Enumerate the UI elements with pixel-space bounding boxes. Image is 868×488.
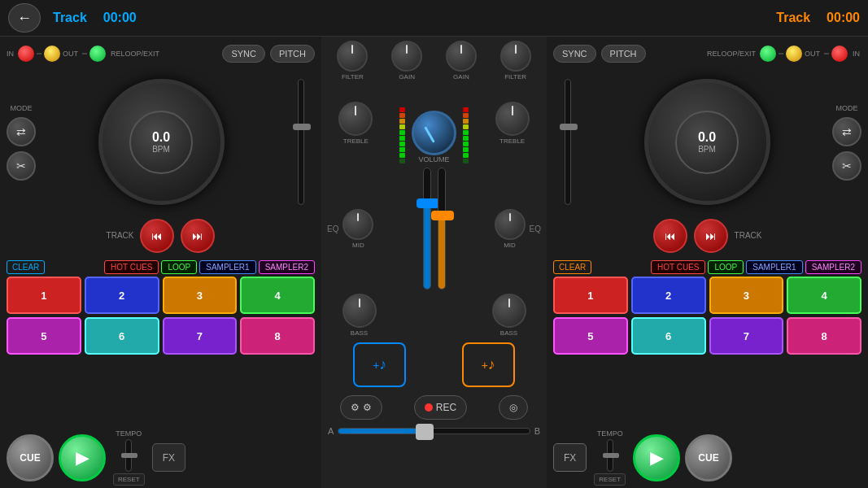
left-bass-group: BASS — [342, 294, 377, 337]
left-mid-knob[interactable] — [342, 209, 373, 240]
right-tempo-track[interactable] — [607, 439, 613, 472]
right-loop-tab[interactable]: LOOP — [708, 260, 744, 274]
mixer-eq-button[interactable]: ⚙ ⚙ — [340, 395, 382, 420]
left-tempo-thumb[interactable] — [121, 453, 137, 458]
right-clear-button[interactable]: CLEAR — [553, 260, 591, 274]
left-treble-knob[interactable] — [338, 102, 373, 136]
right-prev-track-button[interactable]: ⏮ — [653, 219, 687, 253]
right-add-track-button[interactable]: + ♪ — [462, 342, 515, 387]
left-pad-1[interactable]: 1 — [7, 277, 81, 314]
volume-knob[interactable] — [412, 111, 456, 155]
right-pitch-track[interactable] — [565, 79, 571, 205]
left-treble-label: TREBLE — [343, 137, 369, 145]
right-pad-8[interactable]: 8 — [787, 317, 861, 355]
right-gain-knob[interactable] — [446, 41, 477, 72]
left-fader-track[interactable] — [423, 168, 431, 290]
right-sync-button[interactable]: SYNC — [553, 45, 596, 63]
left-pad-5[interactable]: 5 — [7, 317, 81, 355]
right-mode-btn-2[interactable]: ✂ — [832, 151, 861, 181]
left-tempo-track[interactable] — [125, 439, 132, 472]
right-pad-2[interactable]: 2 — [631, 277, 706, 314]
right-fader-track[interactable] — [438, 168, 446, 290]
left-fader-fill — [424, 204, 430, 289]
right-pads-section: CLEAR HOT CUES LOOP SAMPLER1 SAMPLER2 1 … — [547, 258, 868, 427]
right-pad-3[interactable]: 3 — [709, 277, 784, 314]
right-reloop-led — [760, 46, 776, 62]
left-hot-cues-tab[interactable]: HOT CUES — [104, 260, 159, 274]
right-pad-6[interactable]: 6 — [631, 317, 706, 355]
left-jog-wheel[interactable]: 0.0 BPM — [98, 79, 225, 205]
right-reset-button[interactable]: RESET — [594, 473, 626, 486]
right-sampler2-tab[interactable]: SAMPLER2 — [805, 260, 861, 274]
left-add-track-button[interactable]: + ♪ — [353, 342, 406, 387]
right-pad-1[interactable]: 1 — [553, 277, 628, 314]
left-reset-button[interactable]: RESET — [113, 473, 145, 486]
mixer-rec-button[interactable]: REC — [414, 395, 467, 420]
right-fx-button[interactable]: FX — [553, 443, 587, 472]
right-pitch-thumb[interactable] — [560, 124, 578, 130]
right-treble-knob[interactable] — [495, 102, 530, 136]
right-sampler1-tab[interactable]: SAMPLER1 — [746, 260, 802, 274]
left-clear-button[interactable]: CLEAR — [7, 260, 45, 274]
volume-center: VOLUME — [399, 82, 469, 163]
left-sync-button[interactable]: SYNC — [222, 45, 265, 63]
left-pad-4[interactable]: 4 — [240, 277, 315, 314]
left-cue-button[interactable]: CUE — [7, 434, 54, 481]
right-fader-thumb[interactable] — [431, 211, 454, 220]
left-sampler2-tab[interactable]: SAMPLER2 — [259, 260, 315, 274]
right-vu-meter — [463, 107, 469, 163]
left-mode-btn-2[interactable]: ✂ — [7, 151, 36, 181]
right-pad-4[interactable]: 4 — [787, 277, 861, 314]
left-loop-tab[interactable]: LOOP — [161, 260, 197, 274]
crossfader-track[interactable] — [338, 428, 530, 434]
right-deck-top-controls: SYNC PITCH RELOOP/EXIT OUT IN — [547, 37, 868, 71]
left-fx-button[interactable]: FX — [152, 443, 185, 472]
left-bpm-value: 0.0 — [152, 130, 170, 145]
left-pitch-track[interactable] — [298, 79, 304, 205]
right-pitch-button[interactable]: PITCH — [601, 45, 646, 63]
back-button[interactable]: ← — [8, 3, 41, 33]
right-eq-label[interactable]: EQ — [528, 223, 543, 235]
right-cue-button[interactable]: CUE — [685, 434, 732, 481]
left-pad-7[interactable]: 7 — [163, 317, 238, 355]
left-pad-8[interactable]: 8 — [240, 317, 315, 355]
left-mode-btn-1[interactable]: ⇄ — [7, 117, 36, 146]
left-deck-top-controls: IN OUT RELOOP/EXIT SYNC PITCH — [0, 37, 321, 71]
right-hot-cues-tab[interactable]: HOT CUES — [651, 260, 706, 274]
right-filter-knob[interactable] — [500, 41, 531, 72]
crossfader-fill — [338, 429, 424, 434]
left-bass-knob[interactable] — [342, 294, 377, 328]
left-eq-label[interactable]: EQ — [325, 223, 340, 235]
left-gain-knob[interactable] — [391, 41, 422, 72]
left-filter-knob[interactable] — [337, 41, 368, 72]
rec-dot-icon — [425, 403, 433, 412]
right-tempo-thumb[interactable] — [603, 453, 619, 458]
mixer-target-button[interactable]: ◎ — [499, 395, 528, 420]
right-pad-5[interactable]: 5 — [553, 317, 628, 355]
left-next-track-button[interactable]: ⏭ — [181, 219, 215, 253]
right-next-track-button[interactable]: ⏭ — [694, 219, 728, 253]
right-mid-knob[interactable] — [495, 209, 526, 240]
right-jog-section: 0.0 BPM MODE ⇄ ✂ — [547, 71, 868, 213]
right-tempo-label: TEMPO — [597, 429, 623, 438]
left-out-led — [44, 46, 60, 62]
left-mid-label: MID — [352, 242, 364, 249]
left-pitch-button[interactable]: PITCH — [270, 45, 315, 63]
crossfader-thumb[interactable] — [416, 424, 434, 440]
left-sampler1-tab[interactable]: SAMPLER1 — [199, 260, 255, 274]
left-pitch-thumb[interactable] — [293, 124, 311, 130]
left-play-button[interactable]: ▶ — [59, 434, 106, 481]
left-prev-track-button[interactable]: ⏮ — [140, 219, 174, 253]
left-fader-thumb[interactable] — [417, 198, 439, 208]
left-pad-2[interactable]: 2 — [85, 277, 159, 314]
left-jog-wheel-inner: 0.0 BPM — [129, 111, 193, 174]
right-play-button[interactable]: ▶ — [633, 434, 680, 481]
treble-volume-row: TREBLE — [321, 81, 547, 165]
right-bass-knob[interactable] — [492, 294, 526, 328]
right-jog-wheel[interactable]: 0.0 BPM — [644, 79, 770, 205]
left-pad-6[interactable]: 6 — [85, 317, 159, 355]
left-track-label: Track — [53, 11, 87, 25]
right-mode-btn-1[interactable]: ⇄ — [832, 117, 861, 146]
right-pad-7[interactable]: 7 — [709, 317, 784, 355]
left-pad-3[interactable]: 3 — [163, 277, 238, 314]
